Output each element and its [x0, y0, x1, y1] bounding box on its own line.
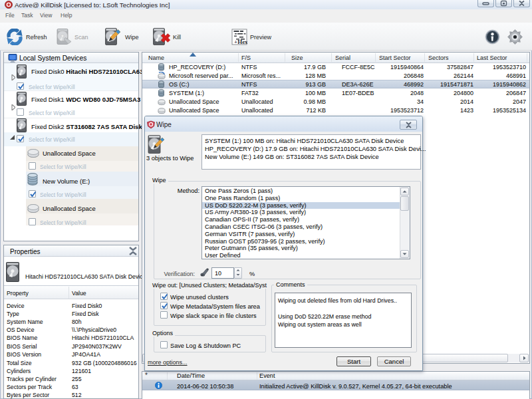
svg-text:+Hex: +Hex — [234, 39, 247, 45]
